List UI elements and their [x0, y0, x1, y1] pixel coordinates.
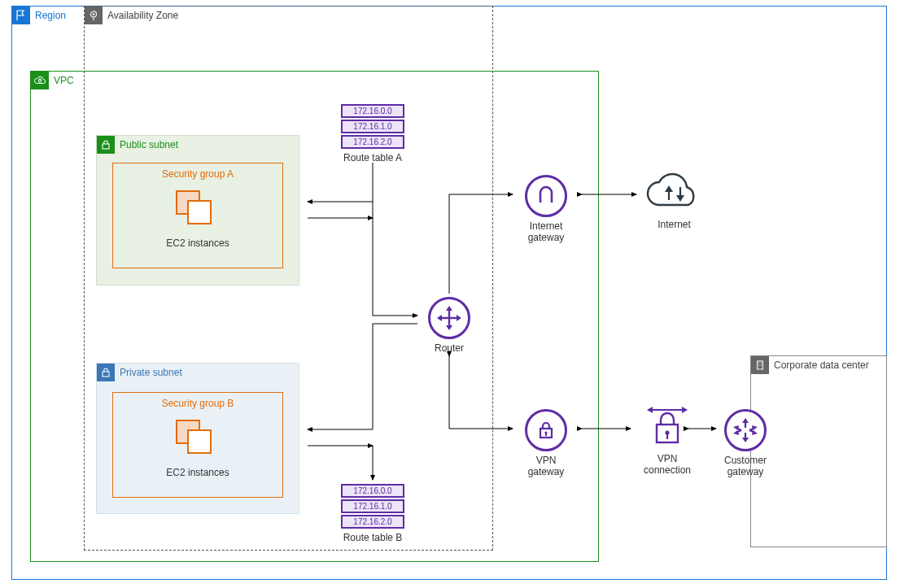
vpn-lock-icon	[525, 409, 567, 451]
route-entry: 172.16.1.0	[341, 120, 404, 133]
vpn-connection-icon	[645, 403, 689, 447]
vpn-connection-node: VPN connection	[635, 403, 700, 476]
security-group-b-label: Security group B	[162, 398, 234, 409]
internet-node: Internet	[640, 169, 709, 230]
svg-marker-21	[676, 195, 684, 202]
svg-marker-38	[742, 438, 749, 442]
cloud-lock-icon	[31, 72, 49, 89]
internet-gateway-node: Internet gateway	[518, 175, 575, 243]
svg-marker-36	[742, 418, 749, 423]
svg-marker-40	[733, 425, 739, 430]
security-group-a-container: Security group A EC2 instances	[112, 163, 283, 268]
az-label: Availability Zone	[107, 10, 178, 21]
svg-rect-22	[758, 361, 763, 369]
route-entry: 172.16.1.0	[341, 499, 404, 513]
svg-point-1	[93, 13, 94, 15]
route-entry: 172.16.0.0	[341, 104, 404, 118]
svg-marker-14	[457, 315, 461, 321]
route-entry: 172.16.0.0	[341, 484, 404, 498]
security-group-a-label: Security group A	[162, 168, 234, 180]
flag-icon	[12, 7, 30, 24]
ec2-instances-b-label: EC2 instances	[166, 467, 229, 478]
cdc-label: Corporate data center	[774, 359, 869, 371]
svg-marker-13	[437, 315, 442, 321]
building-icon	[751, 356, 769, 374]
router-icon	[428, 297, 470, 339]
svg-marker-33	[647, 407, 653, 413]
svg-marker-19	[665, 185, 673, 192]
customer-gateway-node: Customer gateway	[713, 409, 778, 477]
route-entry: 172.16.2.0	[341, 515, 404, 529]
svg-marker-44	[733, 430, 739, 435]
svg-rect-2	[39, 80, 42, 82]
ec2-instances-icon	[172, 416, 224, 464]
route-entry: 172.16.2.0	[341, 135, 404, 149]
svg-rect-8	[188, 430, 211, 453]
cloud-icon	[643, 169, 706, 213]
security-group-b-container: Security group B EC2 instances	[112, 392, 283, 498]
svg-marker-34	[682, 407, 688, 413]
route-table-b: 172.16.0.0 172.16.1.0 172.16.2.0 Route t…	[340, 484, 405, 543]
router-node: Router	[421, 297, 478, 354]
cgw-label: Customer gateway	[713, 455, 778, 477]
svg-rect-3	[103, 144, 109, 149]
public-subnet-label: Public subnet	[120, 139, 178, 150]
svg-marker-11	[446, 306, 452, 311]
ec2-instances-a-label: EC2 instances	[166, 237, 229, 249]
svg-rect-6	[103, 372, 109, 377]
route-table-a: 172.16.0.0 172.16.1.0 172.16.2.0 Route t…	[340, 104, 405, 163]
location-pin-icon	[85, 7, 103, 24]
svg-rect-5	[188, 201, 211, 224]
lock-icon	[97, 364, 115, 381]
vpn-gateway-node: VPN gateway	[518, 409, 575, 477]
svg-marker-12	[446, 325, 452, 330]
route-table-b-label: Route table B	[340, 532, 405, 543]
lock-icon	[97, 136, 115, 154]
ec2-instances-icon	[172, 186, 224, 234]
igw-label: Internet gateway	[518, 220, 575, 243]
region-label: Region	[35, 10, 66, 21]
vpc-architecture-diagram: Region Availability Zone VPC Public subn…	[0, 0, 900, 588]
vpnconn-label: VPN connection	[635, 453, 700, 476]
svg-marker-42	[752, 425, 758, 430]
vpc-label: VPC	[54, 75, 74, 86]
customer-gateway-icon	[724, 409, 767, 451]
gateway-icon	[525, 175, 567, 217]
internet-label: Internet	[640, 219, 709, 230]
route-table-a-label: Route table A	[340, 152, 405, 163]
router-label: Router	[421, 342, 478, 354]
private-subnet-label: Private subnet	[120, 367, 182, 378]
svg-marker-46	[752, 430, 758, 435]
vpngw-label: VPN gateway	[518, 455, 575, 477]
